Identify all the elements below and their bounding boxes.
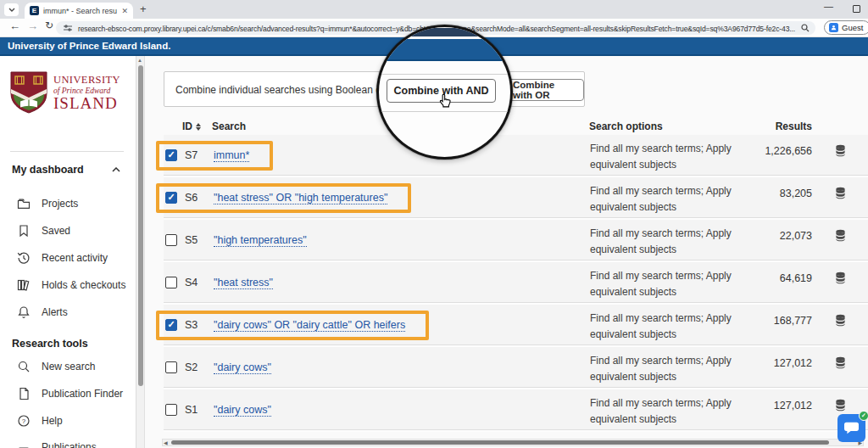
table-header: ID Search Search options Results (164, 120, 868, 132)
row-highlight-box: S7 immun* (156, 141, 273, 171)
row-checkbox[interactable] (165, 149, 177, 161)
sidebar-item-my-dashboard[interactable]: My dashboard (12, 164, 120, 176)
new-tab-button[interactable]: + (140, 3, 147, 15)
search-term-link[interactable]: "heat stress" OR "high temperatures" (214, 192, 387, 204)
sidebar-item-publications-authority[interactable]: Publications authority (0, 434, 136, 448)
database-icon[interactable] (812, 262, 868, 303)
zoom-magnifier-icon[interactable] (801, 24, 810, 32)
research-tools-header: Research tools (0, 326, 136, 353)
sidebar-item-label: Help (42, 415, 63, 427)
row-results-count: 64,619 (754, 262, 812, 303)
row-search-options: Find all my search terms; Apply equivale… (589, 135, 754, 176)
row-id: S4 (185, 277, 207, 288)
tab-strip-chevron-icon[interactable] (4, 3, 19, 16)
sidebar-item-label: Recent activity (42, 252, 108, 264)
folder-icon (17, 197, 31, 210)
vertical-scrollbar[interactable]: ▲ (136, 56, 145, 448)
database-icon[interactable] (812, 135, 868, 176)
help-icon: ? (17, 414, 31, 428)
upei-wordmark: UNIVERSITY of Prince Edward ISLAND (53, 74, 120, 111)
table-row: S2 "dairy cows" Find all my search terms… (164, 347, 868, 389)
sidebar-item-new-search[interactable]: New search (0, 353, 136, 380)
row-checkbox[interactable] (165, 234, 177, 246)
back-button[interactable]: ← (9, 20, 20, 32)
site-settings-icon[interactable] (64, 25, 72, 31)
sidebar-item-projects[interactable]: Projects (0, 190, 136, 217)
browser-tab[interactable]: E immun* - Search results - EBSC ✕ (25, 3, 133, 19)
table-row: S7 immun* Find all my search terms; Appl… (164, 135, 868, 177)
row-checkbox[interactable] (165, 192, 177, 204)
horizontal-scrollbar-thumb[interactable] (171, 440, 829, 445)
horizontal-scrollbar[interactable]: ◀ ▶ (162, 439, 864, 446)
window-maximize-button[interactable] (853, 5, 860, 13)
search-term-link[interactable]: "high temperatures" (214, 234, 307, 247)
sidebar-item-label: Alerts (42, 306, 68, 318)
header-search: Search (212, 120, 246, 132)
table-row: S4 "heat stress" Find all my search term… (164, 262, 868, 305)
guest-profile-button[interactable]: Guest (824, 20, 868, 35)
row-results-count: 83,205 (754, 177, 812, 218)
sidebar-item-recent-activity[interactable]: Recent activity (0, 244, 136, 272)
search-icon (17, 360, 31, 373)
row-checkbox[interactable] (165, 319, 177, 331)
chat-widget-button[interactable]: ✓ (837, 414, 865, 442)
row-id: S7 (185, 149, 207, 161)
table-row: S1 "dairy cows" Find all my search terms… (164, 389, 868, 432)
scroll-up-icon[interactable]: ▲ (137, 58, 142, 63)
database-icon[interactable] (812, 177, 868, 218)
sidebar-item-holds-checkouts[interactable]: Holds & checkouts (0, 272, 136, 299)
upei-crest-icon (9, 70, 48, 115)
row-search-options: Find all my search terms; Apply equivale… (589, 305, 754, 345)
row-search-options: Find all my search terms; Apply equivale… (589, 389, 754, 430)
row-checkbox[interactable] (165, 277, 177, 288)
reload-button[interactable]: ↻ (45, 20, 53, 31)
row-checkbox[interactable] (165, 404, 177, 416)
row-results-count: 127,012 (754, 389, 812, 430)
header-search-options: Search options (589, 120, 754, 132)
sidebar-item-publication-finder[interactable]: Publication Finder (0, 380, 136, 407)
row-id: S1 (185, 404, 207, 416)
row-search-options: Find all my search terms; Apply equivale… (589, 262, 754, 303)
scroll-left-icon[interactable]: ◀ (164, 440, 168, 445)
sidebar-item-label: Publication Finder (42, 388, 123, 400)
sidebar: UNIVERSITY of Prince Edward ISLAND My da… (0, 56, 136, 448)
sidebar-item-label: Projects (42, 198, 78, 210)
search-term-link[interactable]: "dairy cows" OR "dairy cattle" OR heifer… (214, 319, 405, 332)
sidebar-item-label: Publications authority (42, 441, 136, 448)
url-text-right: ters=None&searchMode=all&searchSegment=a… (438, 25, 795, 33)
database-icon[interactable] (812, 305, 868, 345)
sidebar-item-saved[interactable]: Saved (0, 217, 136, 244)
row-highlight-box: S5 "high temperatures" (156, 226, 331, 255)
combine-with-or-button[interactable]: Combine with OR (503, 79, 584, 101)
search-term-link[interactable]: immun* (214, 149, 249, 162)
search-term-link[interactable]: "dairy cows" (214, 361, 271, 374)
row-id: S6 (185, 192, 207, 204)
vertical-scrollbar-thumb[interactable] (138, 65, 143, 386)
magnifier-callout: Combine with AND (376, 25, 513, 160)
table-row: S6 "heat stress" OR "high temperatures" … (164, 177, 868, 220)
row-results-count: 127,012 (754, 347, 812, 388)
forward-button[interactable]: → (27, 20, 38, 32)
header-results: Results (754, 120, 812, 132)
tab-close-icon[interactable]: ✕ (121, 7, 128, 15)
sidebar-item-alerts[interactable]: Alerts (0, 299, 136, 326)
chat-status-badge: ✓ (859, 411, 868, 421)
database-icon[interactable] (812, 347, 868, 388)
upei-logo[interactable]: UNIVERSITY of Prince Edward ISLAND (9, 70, 120, 115)
row-results-count: 1,226,656 (754, 135, 812, 176)
sidebar-item-help[interactable]: ? Help (0, 407, 136, 434)
document-icon (17, 387, 31, 400)
search-term-link[interactable]: "heat stress" (214, 277, 273, 289)
hand-cursor-icon (437, 92, 453, 110)
window-minimize-button[interactable]: — (824, 1, 833, 11)
row-checkbox[interactable] (165, 361, 177, 373)
wordmark-line3: ISLAND (53, 95, 120, 111)
database-icon[interactable] (812, 220, 868, 260)
row-search-options: Find all my search terms; Apply equivale… (589, 177, 754, 218)
sidebar-nav: Projects Saved Recent activity Holds & c… (0, 190, 136, 448)
chat-bubble-icon (843, 421, 860, 435)
row-highlight-box: S1 "dairy cows" (156, 395, 295, 425)
sort-icon[interactable] (196, 123, 201, 131)
search-term-link[interactable]: "dairy cows" (214, 404, 271, 417)
magnified-divider (379, 74, 510, 75)
